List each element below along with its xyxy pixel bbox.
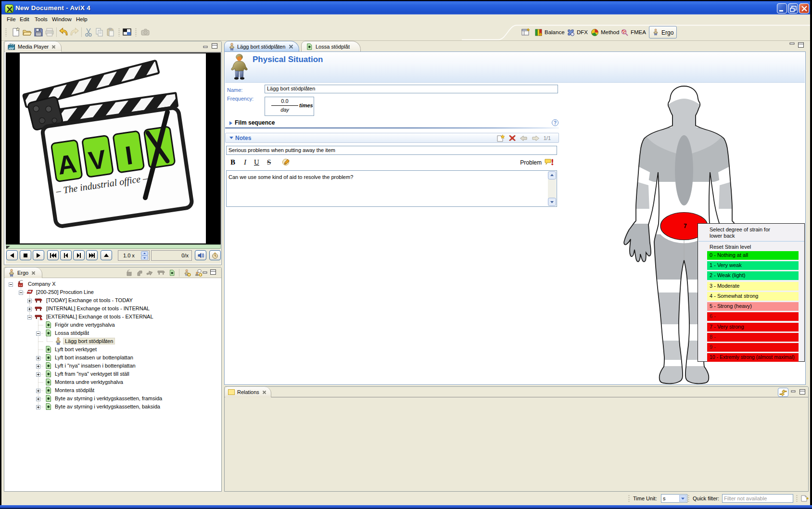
svg-text:7: 7: [684, 223, 687, 229]
